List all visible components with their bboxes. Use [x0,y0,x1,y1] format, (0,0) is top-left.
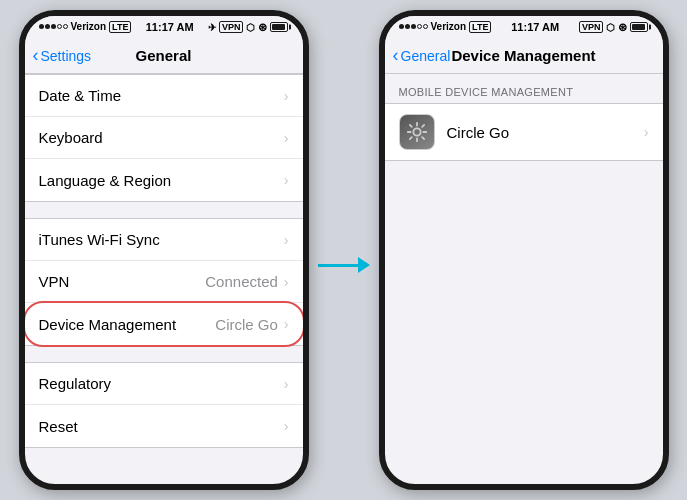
row-keyboard-label: Keyboard [39,129,284,146]
signal-dots-right [399,24,428,29]
mdm-group: Circle Go › [385,103,663,161]
arrow-container [309,227,379,273]
row-device-management[interactable]: Device Management Circle Go › [25,303,303,345]
status-bar-right: Verizon LTE 11:17 AM VPN ⬡ ⊛ [385,16,663,38]
wifi-icon-right: ⊛ [618,21,627,34]
row-reset[interactable]: Reset › [25,405,303,447]
signal-dot-r4 [417,24,422,29]
settings-group-2: iTunes Wi-Fi Sync › VPN Connected › Devi… [25,218,303,346]
settings-group-3: Regulatory › Reset › [25,362,303,448]
chevron-vpn: › [284,274,289,290]
chevron-keyboard: › [284,130,289,146]
nav-bar-right: ‹ General Device Management [385,38,663,74]
row-itunes[interactable]: iTunes Wi-Fi Sync › [25,219,303,261]
row-device-management-label: Device Management [39,316,216,333]
carrier-label-left: Verizon [71,21,107,32]
svg-point-0 [413,128,420,135]
bluetooth-icon-right: ⬡ [606,22,615,33]
nav-title-left: General [136,47,192,64]
gear-svg [406,121,428,143]
row-keyboard[interactable]: Keyboard › [25,117,303,159]
back-label-left: Settings [41,48,92,64]
nav-title-right: Device Management [451,47,595,64]
wifi-icon-left: ⊛ [258,21,267,34]
status-left-right: Verizon LTE [399,21,492,34]
time-right: 11:17 AM [511,21,559,33]
signal-dots [39,24,68,29]
chevron-date-time: › [284,88,289,104]
row-regulatory-label: Regulatory [39,375,284,392]
row-language-label: Language & Region [39,172,284,189]
spacer-2 [25,346,303,362]
row-date-time[interactable]: Date & Time › [25,75,303,117]
carrier-label-right: Verizon [431,21,467,32]
back-arrow-left: ‹ [33,46,39,64]
signal-dot-r2 [405,24,410,29]
status-left-left: Verizon LTE [39,21,132,34]
chevron-language: › [284,172,289,188]
back-button-right[interactable]: ‹ General [393,47,451,64]
section-header-mdm: MOBILE DEVICE MANAGEMENT [385,74,663,103]
arrow-line [318,264,358,267]
signal-dot-5 [63,24,68,29]
lte-badge-right: LTE [469,21,491,34]
location-icon-left: ✈ [208,22,216,33]
bluetooth-icon-left: ⬡ [246,22,255,33]
back-label-right: General [401,48,451,64]
signal-dot-2 [45,24,50,29]
chevron-reset: › [284,418,289,434]
chevron-regulatory: › [284,376,289,392]
back-button-left[interactable]: ‹ Settings [33,47,92,64]
row-date-time-label: Date & Time [39,87,284,104]
transition-arrow [318,257,370,273]
signal-dot-3 [51,24,56,29]
signal-dot-r1 [399,24,404,29]
row-vpn-label: VPN [39,273,206,290]
row-device-management-value: Circle Go [215,316,278,333]
status-bar-left: Verizon LTE 11:17 AM ✈ VPN ⬡ ⊛ [25,16,303,38]
row-circle-go[interactable]: Circle Go › [385,104,663,160]
row-circle-go-label: Circle Go [447,124,644,141]
signal-dot-1 [39,24,44,29]
row-regulatory[interactable]: Regulatory › [25,363,303,405]
status-right-left: ✈ VPN ⬡ ⊛ [208,21,289,34]
left-phone: Verizon LTE 11:17 AM ✈ VPN ⬡ ⊛ ‹ Setting… [19,10,309,490]
signal-dot-r3 [411,24,416,29]
row-itunes-label: iTunes Wi-Fi Sync [39,231,284,248]
lte-badge-left: LTE [109,21,131,34]
back-arrow-right: ‹ [393,46,399,64]
settings-list-left: Date & Time › Keyboard › Language & Regi… [25,74,303,484]
settings-group-1: Date & Time › Keyboard › Language & Regi… [25,74,303,202]
signal-dot-4 [57,24,62,29]
right-phone: Verizon LTE 11:17 AM VPN ⬡ ⊛ ‹ General D… [379,10,669,490]
nav-bar-left: ‹ Settings General [25,38,303,74]
battery-left [270,22,288,32]
time-left: 11:17 AM [146,21,194,33]
battery-right [630,22,648,32]
device-management-list: MOBILE DEVICE MANAGEMENT Circle Go › [385,74,663,484]
vpn-badge-right: VPN [579,21,604,34]
row-vpn[interactable]: VPN Connected › [25,261,303,303]
vpn-badge-left: VPN [219,21,244,34]
spacer-1 [25,202,303,218]
row-language[interactable]: Language & Region › [25,159,303,201]
chevron-itunes: › [284,232,289,248]
signal-dot-r5 [423,24,428,29]
chevron-device-management: › [284,316,289,332]
arrow-head [358,257,370,273]
status-right-right: VPN ⬡ ⊛ [579,21,649,34]
circle-go-icon [399,114,435,150]
row-reset-label: Reset [39,418,284,435]
chevron-circle-go: › [644,124,649,140]
row-vpn-value: Connected [205,273,278,290]
